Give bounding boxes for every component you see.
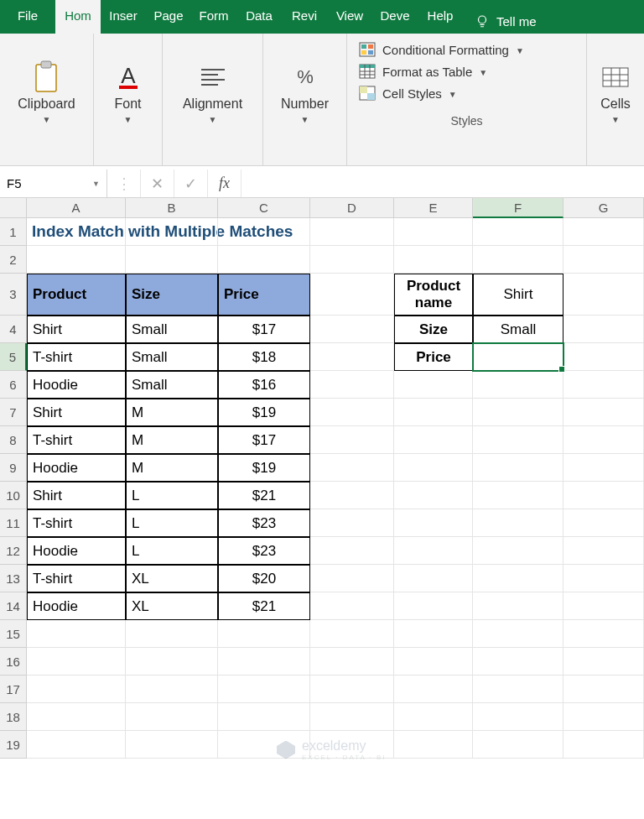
cell-D4[interactable] <box>310 316 394 343</box>
cell-A8[interactable]: T-shirt <box>27 426 126 454</box>
cells-dropdown-icon[interactable]: ▼ <box>611 115 620 124</box>
cell-D7[interactable] <box>310 399 394 426</box>
cell-B18[interactable] <box>126 703 218 731</box>
cell-C18[interactable] <box>218 703 310 731</box>
cell-E16[interactable] <box>394 648 473 676</box>
alignment-label[interactable]: Alignment <box>183 97 242 112</box>
cell-D12[interactable] <box>310 537 394 565</box>
cell-C10[interactable]: $21 <box>218 482 310 509</box>
tab-view[interactable]: View <box>327 0 372 34</box>
cell-C16[interactable] <box>218 648 310 676</box>
font-label[interactable]: Font <box>114 97 141 112</box>
cell-B6[interactable]: Small <box>126 371 218 399</box>
cell-B8[interactable]: M <box>126 426 218 454</box>
col-header-G[interactable]: G <box>564 198 644 218</box>
cell-A10[interactable]: Shirt <box>27 482 126 509</box>
row-header-11[interactable]: 11 <box>0 509 27 537</box>
cell-E14[interactable] <box>394 592 473 620</box>
clipboard-icon[interactable] <box>29 60 64 95</box>
cell-E5[interactable]: Price <box>394 343 473 371</box>
cell-E10[interactable] <box>394 482 473 509</box>
row-header-2[interactable]: 2 <box>0 246 27 274</box>
cell-F8[interactable] <box>473 426 564 454</box>
cell-C8[interactable]: $17 <box>218 426 310 454</box>
cell-G4[interactable] <box>564 316 644 343</box>
cell-D8[interactable] <box>310 426 394 454</box>
cell-D10[interactable] <box>310 482 394 509</box>
cell-A19[interactable] <box>27 731 126 759</box>
cell-G8[interactable] <box>564 426 644 454</box>
cell-F19[interactable] <box>473 731 564 759</box>
cell-B1[interactable] <box>126 218 218 246</box>
cell-G16[interactable] <box>564 648 644 676</box>
row-header-4[interactable]: 4 <box>0 316 27 343</box>
row-header-15[interactable]: 15 <box>0 620 27 648</box>
cell-C1[interactable] <box>218 218 310 246</box>
cell-A13[interactable]: T-shirt <box>27 565 126 592</box>
tell-me[interactable]: Tell me <box>463 0 547 34</box>
col-header-A[interactable]: A <box>27 198 126 218</box>
cell-E11[interactable] <box>394 509 473 537</box>
cell-G12[interactable] <box>564 537 644 565</box>
cell-D16[interactable] <box>310 648 394 676</box>
row-header-10[interactable]: 10 <box>0 482 27 509</box>
tab-developer[interactable]: Deve <box>372 0 418 34</box>
cell-A12[interactable]: Hoodie <box>27 537 126 565</box>
cell-B14[interactable]: XL <box>126 592 218 620</box>
row-header-3[interactable]: 3 <box>0 274 27 316</box>
cell-A17[interactable] <box>27 676 126 703</box>
tab-home[interactable]: Hom <box>55 0 101 34</box>
cell-A18[interactable] <box>27 703 126 731</box>
cell-F15[interactable] <box>473 620 564 648</box>
cell-G13[interactable] <box>564 565 644 592</box>
cell-E2[interactable] <box>394 246 473 274</box>
cell-D17[interactable] <box>310 676 394 703</box>
cells-icon[interactable] <box>598 60 633 95</box>
cell-C3[interactable]: Price <box>218 274 310 316</box>
tab-review[interactable]: Revi <box>282 0 327 34</box>
cell-B13[interactable]: XL <box>126 565 218 592</box>
insert-function-button[interactable]: fx <box>208 170 242 197</box>
cell-G19[interactable] <box>564 731 644 759</box>
cell-B7[interactable]: M <box>126 399 218 426</box>
cell-G2[interactable] <box>564 246 644 274</box>
cell-C15[interactable] <box>218 620 310 648</box>
cell-A4[interactable]: Shirt <box>27 316 126 343</box>
cell-A1[interactable]: Index Match with Multiple Matches <box>27 218 126 246</box>
cell-A7[interactable]: Shirt <box>27 399 126 426</box>
cell-F5[interactable] <box>473 343 564 371</box>
row-header-13[interactable]: 13 <box>0 565 27 592</box>
format-as-table-button[interactable]: Format as Table ▼ <box>357 60 576 82</box>
cell-D9[interactable] <box>310 454 394 482</box>
namebox-dropdown-icon[interactable]: ▼ <box>92 180 100 188</box>
cell-D11[interactable] <box>310 509 394 537</box>
cell-E15[interactable] <box>394 620 473 648</box>
cell-D14[interactable] <box>310 592 394 620</box>
tab-insert[interactable]: Inser <box>101 0 146 34</box>
tab-page-layout[interactable]: Page <box>146 0 191 34</box>
cell-F2[interactable] <box>473 246 564 274</box>
select-all-corner[interactable] <box>0 198 27 218</box>
cell-D2[interactable] <box>310 246 394 274</box>
cell-G1[interactable] <box>564 218 644 246</box>
col-header-F[interactable]: F <box>473 198 564 218</box>
row-header-6[interactable]: 6 <box>0 371 27 399</box>
row-header-9[interactable]: 9 <box>0 454 27 482</box>
cell-G18[interactable] <box>564 703 644 731</box>
row-header-8[interactable]: 8 <box>0 426 27 454</box>
row-header-19[interactable]: 19 <box>0 731 27 759</box>
cell-F1[interactable] <box>473 218 564 246</box>
number-dropdown-icon[interactable]: ▼ <box>301 115 309 124</box>
formula-input[interactable] <box>242 170 644 197</box>
number-label[interactable]: Number <box>281 97 329 112</box>
cell-F17[interactable] <box>473 676 564 703</box>
cell-C7[interactable]: $19 <box>218 399 310 426</box>
cell-E18[interactable] <box>394 703 473 731</box>
cell-G11[interactable] <box>564 509 644 537</box>
cells-label[interactable]: Cells <box>600 97 631 112</box>
cell-D3[interactable] <box>310 274 394 316</box>
cell-C6[interactable]: $16 <box>218 371 310 399</box>
tab-help[interactable]: Help <box>418 0 463 34</box>
cell-E1[interactable] <box>394 218 473 246</box>
cell-C4[interactable]: $17 <box>218 316 310 343</box>
